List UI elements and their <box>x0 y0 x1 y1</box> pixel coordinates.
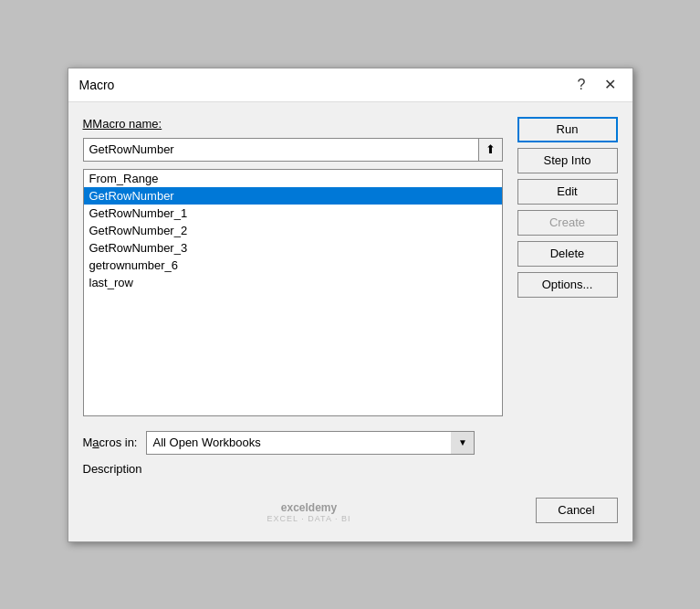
dialog-body: MMacro name: ⬆ From_RangeGetRowNumberGet… <box>68 102 632 431</box>
help-button[interactable]: ? <box>572 76 591 94</box>
cancel-button[interactable]: Cancel <box>536 498 618 523</box>
close-button[interactable]: ✕ <box>599 76 622 94</box>
macro-name-row: ⬆ <box>83 138 503 162</box>
macros-in-wrapper: All Open WorkbooksThis WorkbookPersonal … <box>146 431 475 455</box>
watermark-brand: exceldemy <box>281 501 337 514</box>
macro-list-container: From_RangeGetRowNumberGetRowNumber_1GetR… <box>83 169 503 416</box>
list-item[interactable]: getrownumber_6 <box>84 257 502 274</box>
run-button[interactable]: Run <box>517 117 618 142</box>
bottom-area: Macros in: All Open WorkbooksThis Workbo… <box>68 431 632 490</box>
list-item[interactable]: last_row <box>84 274 502 291</box>
description-label: Description <box>83 462 618 476</box>
macro-list: From_RangeGetRowNumberGetRowNumber_1GetR… <box>84 170 502 415</box>
right-panel: Run Step Into Edit Create Delete Options… <box>517 117 618 416</box>
left-panel: MMacro name: ⬆ From_RangeGetRowNumberGet… <box>83 117 503 416</box>
edit-button[interactable]: Edit <box>517 179 618 205</box>
title-bar: Macro ? ✕ <box>68 68 632 102</box>
upload-button[interactable]: ⬆ <box>479 138 503 162</box>
delete-button[interactable]: Delete <box>517 241 618 267</box>
macros-in-label: Macros in: <box>83 436 138 449</box>
dialog-title: Macro <box>79 78 115 92</box>
title-bar-left: Macro <box>79 78 115 92</box>
options-button[interactable]: Options... <box>517 272 618 298</box>
macro-dialog: Macro ? ✕ MMacro name: ⬆ From_RangeGetRo… <box>68 68 633 542</box>
list-item[interactable]: GetRowNumber_3 <box>84 239 502 257</box>
step-into-button[interactable]: Step Into <box>517 148 618 173</box>
macro-name-input[interactable] <box>83 138 479 162</box>
list-item[interactable]: GetRowNumber_2 <box>84 222 502 239</box>
watermark-sub: EXCEL · DATA · BI <box>267 514 351 523</box>
macro-name-label: MMacro name: <box>83 117 503 131</box>
upload-icon: ⬆ <box>486 142 496 156</box>
watermark: exceldemy EXCEL · DATA · BI <box>83 498 536 527</box>
create-button[interactable]: Create <box>517 210 618 236</box>
list-item[interactable]: From_Range <box>84 170 502 187</box>
macros-in-row: Macros in: All Open WorkbooksThis Workbo… <box>83 431 618 455</box>
dialog-footer: exceldemy EXCEL · DATA · BI Cancel <box>68 490 632 541</box>
macros-in-select[interactable]: All Open WorkbooksThis WorkbookPersonal … <box>146 431 475 455</box>
list-item[interactable]: GetRowNumber_1 <box>84 205 502 222</box>
title-bar-right: ? ✕ <box>572 76 622 94</box>
list-item[interactable]: GetRowNumber <box>84 187 502 205</box>
